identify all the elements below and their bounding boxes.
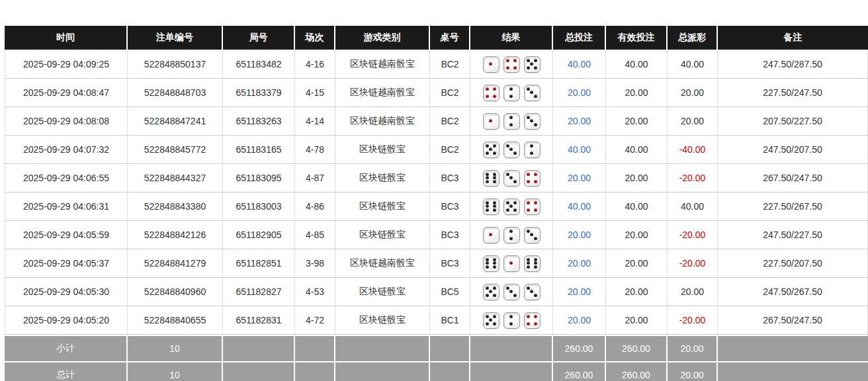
pip-slot <box>493 322 497 326</box>
pip <box>509 87 513 91</box>
pip <box>493 286 496 290</box>
total-bet-link[interactable]: 20.00 <box>553 249 606 277</box>
total-bet-link[interactable]: 40.00 <box>553 136 606 163</box>
remark-cell: 227.50/207.50 <box>718 249 868 277</box>
result-cell <box>470 136 553 163</box>
time-cell: 2025-09-29 04:06:55 <box>5 164 128 192</box>
session-cell: 3-98 <box>295 249 335 277</box>
footer-empty-cell <box>430 362 470 381</box>
table-row: 2025-09-29 04:06:31522848843380651183003… <box>5 192 868 221</box>
footer-empty-cell <box>223 336 295 361</box>
bet-id-cell: 522848842126 <box>128 221 223 249</box>
pip <box>527 59 530 62</box>
pip <box>493 151 496 155</box>
table-row: 2025-09-29 04:05:20522848840655651182831… <box>5 306 868 335</box>
footer-count-cell: 10 <box>128 362 223 381</box>
pip-slot <box>513 265 517 269</box>
valid-bet-cell: 20.00 <box>606 79 668 106</box>
table-row: 2025-09-29 04:05:59522848842126651182905… <box>5 221 868 249</box>
pip <box>513 208 517 212</box>
pip <box>534 237 537 240</box>
total-payout-cell: -20.00 <box>668 306 718 334</box>
pip <box>506 286 509 290</box>
game-type-cell: 区块链骰宝 <box>335 136 430 163</box>
remark-cell: 247.50/267.50 <box>718 278 868 306</box>
pip <box>534 201 537 204</box>
total-bet-link[interactable]: 20.00 <box>553 107 606 135</box>
session-cell: 4-16 <box>295 50 335 78</box>
game-type-cell: 区块链骰宝 <box>335 278 430 306</box>
pip <box>513 180 517 183</box>
pip <box>527 66 530 69</box>
total-bet-link[interactable]: 40.00 <box>553 192 606 220</box>
dice-4-icon <box>483 85 499 101</box>
pip-slot <box>534 123 538 127</box>
dice-6-icon <box>483 170 499 187</box>
pip <box>493 315 496 318</box>
dice-result <box>483 56 541 73</box>
remark-cell: 227.50/267.50 <box>718 192 868 220</box>
valid-bet-cell: 20.00 <box>606 249 668 277</box>
pip-slot <box>513 66 517 70</box>
footer-total-payout-cell: 20.00 <box>668 362 718 381</box>
pip <box>513 201 517 204</box>
result-cell <box>470 50 553 78</box>
footer-empty-cell <box>718 336 868 361</box>
bet-id-cell: 522848841279 <box>128 249 223 277</box>
bet-id-cell: 522848845772 <box>128 136 223 163</box>
remark-cell: 267.50/247.50 <box>718 306 868 334</box>
dice-result <box>483 142 541 158</box>
pip-slot <box>493 180 497 184</box>
pip <box>486 286 489 290</box>
dice-2-icon <box>524 142 541 158</box>
session-cell: 4-86 <box>295 192 335 220</box>
pip <box>534 66 537 69</box>
total-bet-link[interactable]: 20.00 <box>553 278 606 306</box>
valid-bet-cell: 20.00 <box>606 278 668 306</box>
pip-slot <box>493 265 497 269</box>
pip-slot <box>513 237 517 241</box>
dice-6-icon <box>483 255 499 272</box>
pip <box>506 144 509 148</box>
grandtotal-row: 总计10260.00260.0020.00 <box>5 362 868 381</box>
remark-cell: 247.50/227.50 <box>718 221 868 249</box>
remark-cell: 247.50/207.50 <box>718 136 868 163</box>
subtotal-row: 小计10260.00260.0020.00 <box>5 336 868 361</box>
result-cell <box>470 306 553 334</box>
footer-valid-bet-cell: 260.00 <box>606 362 668 381</box>
result-cell <box>470 107 553 135</box>
pip <box>493 322 496 325</box>
total-bet-link[interactable]: 20.00 <box>553 164 606 192</box>
pip <box>530 144 533 148</box>
pip-slot <box>534 237 538 241</box>
total-bet-link[interactable]: 20.00 <box>553 306 606 334</box>
round-id-cell: 651183263 <box>223 107 295 135</box>
total-bet-link[interactable]: 20.00 <box>553 221 606 249</box>
pip <box>530 233 533 236</box>
valid-bet-cell: 40.00 <box>606 50 668 78</box>
pip <box>534 315 537 318</box>
game-type-cell: 区块链骰宝 <box>335 192 430 220</box>
dice-4-icon <box>524 312 541 329</box>
pip-slot <box>534 151 538 155</box>
pip-slot <box>513 322 517 326</box>
footer-empty-cell <box>430 336 470 361</box>
total-bet-link[interactable]: 20.00 <box>553 79 606 106</box>
footer-total-bet-cell: 260.00 <box>553 336 606 361</box>
pip <box>493 294 496 297</box>
time-cell: 2025-09-29 04:05:30 <box>5 278 128 306</box>
time-cell: 2025-09-29 04:05:59 <box>5 221 128 249</box>
session-cell: 4-78 <box>295 136 335 163</box>
bet-id-cell: 522848844327 <box>128 164 223 192</box>
total-bet-link[interactable]: 40.00 <box>553 50 606 78</box>
pip <box>527 315 530 318</box>
pip <box>530 119 533 122</box>
pip <box>486 201 489 204</box>
dice-result <box>483 170 541 187</box>
valid-bet-cell: 20.00 <box>606 164 668 192</box>
footer-empty-cell <box>470 362 553 381</box>
total-payout-cell: -20.00 <box>668 221 718 249</box>
column-header-round-id: 局号 <box>223 26 295 50</box>
dice-4-icon <box>524 198 541 215</box>
session-cell: 4-85 <box>295 221 335 249</box>
